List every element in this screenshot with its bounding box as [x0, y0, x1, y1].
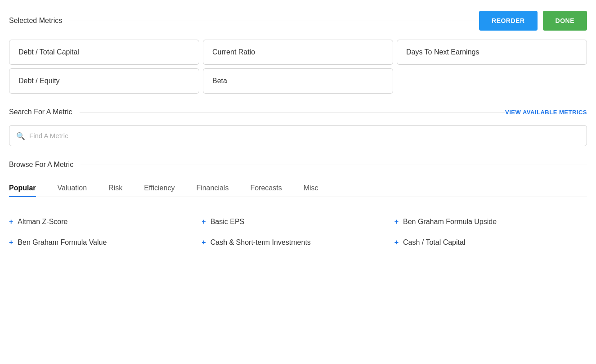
metric-label: Altman Z-Score: [18, 218, 67, 226]
metric-card-beta[interactable]: Beta: [203, 68, 393, 94]
list-item-cash-short-term-investments[interactable]: + Cash & Short-term Investments: [202, 232, 394, 253]
tab-financials[interactable]: Financials: [196, 180, 229, 197]
metric-label: Ben Graham Formula Value: [18, 238, 107, 247]
search-input-wrapper: 🔍: [9, 125, 587, 146]
metric-label: Basic EPS: [211, 218, 245, 226]
tab-forecasts[interactable]: Forecasts: [250, 180, 282, 197]
metric-card-empty: [397, 68, 587, 94]
tab-valuation[interactable]: Valuation: [58, 180, 87, 197]
popular-metrics-list: + Altman Z-Score + Basic EPS + Ben Graha…: [9, 211, 587, 253]
list-item-basic-eps[interactable]: + Basic EPS: [202, 211, 394, 232]
metric-label: Cash / Total Capital: [403, 238, 465, 247]
list-item-cash-total-capital[interactable]: + Cash / Total Capital: [394, 232, 587, 253]
list-item-altman-z-score[interactable]: + Altman Z-Score: [9, 211, 202, 232]
plus-icon: +: [394, 238, 399, 247]
metric-label: Ben Graham Formula Upside: [403, 218, 497, 226]
browse-divider: [81, 165, 587, 165]
plus-icon: +: [9, 218, 13, 226]
metric-label: Cash & Short-term Investments: [211, 238, 311, 247]
metric-card-current-ratio[interactable]: Current Ratio: [203, 40, 393, 65]
metric-card-days-next-earnings[interactable]: Days To Next Earnings: [397, 40, 587, 65]
list-item-ben-graham-formula-upside[interactable]: + Ben Graham Formula Upside: [394, 211, 587, 232]
header-actions: REORDER DONE: [479, 11, 587, 31]
plus-icon: +: [202, 218, 206, 226]
browse-section-header: Browse For A Metric: [9, 161, 587, 169]
done-button[interactable]: DONE: [543, 11, 587, 31]
search-icon: 🔍: [16, 131, 25, 140]
browse-section-title: Browse For A Metric: [9, 161, 73, 169]
view-available-metrics-link[interactable]: VIEW AVAILABLE METRICS: [505, 109, 587, 116]
tabs-row: Popular Valuation Risk Efficiency Financ…: [9, 180, 587, 197]
metric-card-debt-total-capital[interactable]: Debt / Total Capital: [9, 40, 199, 65]
search-divider: [80, 112, 506, 112]
selected-metrics-title: Selected Metrics: [9, 17, 62, 25]
search-section-header: Search For A Metric VIEW AVAILABLE METRI…: [9, 108, 587, 116]
plus-icon: +: [202, 238, 206, 247]
search-input[interactable]: [9, 125, 587, 146]
reorder-button[interactable]: REORDER: [479, 11, 538, 31]
search-section-title: Search For A Metric: [9, 108, 72, 116]
selected-metrics-row2: Debt / Equity Beta: [9, 68, 587, 94]
tab-popular[interactable]: Popular: [9, 180, 36, 197]
selected-metrics-row1: Debt / Total Capital Current Ratio Days …: [9, 40, 587, 65]
tab-efficiency[interactable]: Efficiency: [144, 180, 175, 197]
tab-risk[interactable]: Risk: [108, 180, 122, 197]
header-divider: [69, 21, 479, 21]
plus-icon: +: [9, 238, 13, 247]
tab-misc[interactable]: Misc: [304, 180, 318, 197]
list-item-ben-graham-formula-value[interactable]: + Ben Graham Formula Value: [9, 232, 202, 253]
metric-card-debt-equity[interactable]: Debt / Equity: [9, 68, 199, 94]
plus-icon: +: [394, 218, 399, 226]
